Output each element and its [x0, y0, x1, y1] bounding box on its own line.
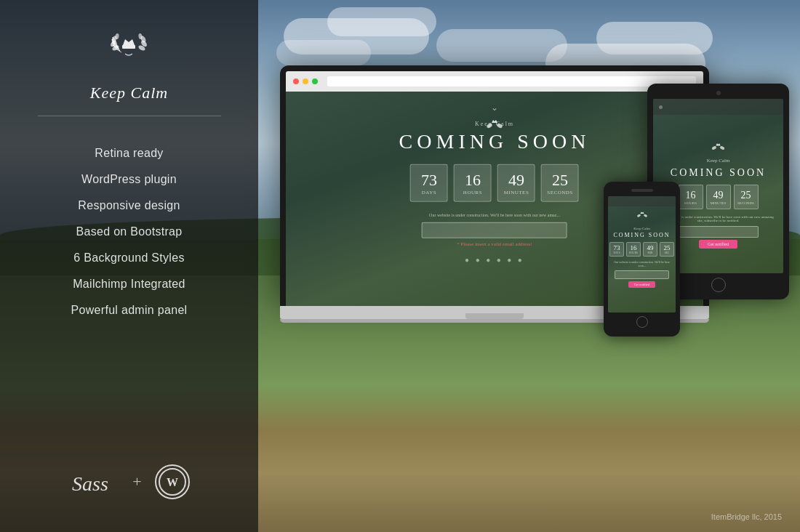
laptop-input-area: Our website is under construction. We'll…: [399, 212, 591, 246]
tablet-camera: [716, 91, 721, 95]
wordpress-logo: W: [155, 464, 190, 499]
phone-screen-content: Keep Calm COMING SOON 73 Days 16 Hours: [608, 196, 676, 313]
tablet-notify-button[interactable]: Get notified: [699, 240, 737, 249]
phone-countdown: 73 Days 16 Hours 49 Min: [609, 242, 674, 257]
minutes-count: 49: [508, 170, 524, 189]
footer-credit: ItemBridge llc, 2015: [711, 512, 782, 521]
tablet-minutes-count: 49: [713, 190, 724, 201]
browser-bar: [286, 71, 703, 92]
features-list: Retina ready WordPress plugin Responsive…: [15, 140, 244, 323]
phone-hours-label: Hours: [629, 251, 638, 254]
phone-email-input: [615, 270, 669, 279]
minutes-label: Minutes: [504, 189, 529, 195]
phone-seconds-label: Sec: [665, 251, 669, 254]
laptop-countdown: 73 Days 16 Hours 49 Minutes 25: [399, 164, 591, 201]
seconds-label: Seconds: [547, 189, 572, 195]
svg-text:W: W: [167, 476, 178, 488]
phone-speaker: [631, 189, 653, 192]
phone-notify-button[interactable]: Get notified: [628, 281, 656, 288]
feature-item-4: Based on Bootstrap: [15, 219, 244, 245]
svg-rect-0: [122, 45, 135, 49]
svg-point-17: [643, 214, 647, 217]
svg-point-12: [486, 123, 492, 129]
brand-name: Keep Calm: [90, 84, 168, 102]
tablet-minutes-label: Minutes: [710, 201, 726, 205]
hours-count: 16: [465, 170, 481, 189]
phone-status-bar: [608, 196, 676, 206]
phone-minutes-count: 49: [647, 244, 654, 251]
browser-dot-green: [312, 78, 318, 84]
svg-point-16: [636, 214, 641, 217]
phone-description: Our website is under construction. We'll…: [608, 260, 676, 267]
tablet-hours-count: 16: [686, 190, 696, 201]
phone-screen: Keep Calm COMING SOON 73 Days 16 Hours: [608, 196, 676, 313]
days-count: 73: [421, 170, 437, 189]
laptop-email-input: [422, 222, 567, 238]
tablet-countdown: 16 Hours 49 Minutes 25 Seconds: [679, 185, 759, 209]
main-content: ⌄ Keep Calm COMING SOON 73 Days: [258, 0, 800, 532]
phone-brand: Keep Calm: [633, 227, 650, 230]
svg-point-14: [711, 145, 717, 150]
logo-area: Keep Calm: [90, 29, 168, 102]
sass-logo: Sass: [68, 467, 119, 496]
laptop-input-error: * Please insert a valid email address!: [457, 241, 532, 246]
seconds-count: 25: [552, 170, 568, 189]
bottom-logos: Sass + W: [68, 464, 189, 510]
browser-dot-yellow: [303, 78, 308, 84]
phone-coming-soon-title: COMING SOON: [613, 232, 670, 238]
phone-hours-count: 16: [631, 244, 637, 251]
tablet-email-input: [679, 226, 759, 238]
tablet-seconds-label: Seconds: [737, 201, 754, 205]
feature-item-2: WordPress plugin: [15, 166, 244, 193]
wreath-icon: [100, 29, 158, 80]
sidebar-panel: Keep Calm Retina ready WordPress plugin …: [0, 0, 258, 532]
laptop-screen-dots: ● ● ● ● ● ●: [399, 255, 591, 263]
feature-item-6: Mailchimp Integrated: [15, 271, 244, 297]
browser-url-bar: [327, 76, 696, 86]
days-label: Days: [422, 189, 436, 195]
feature-item-1: Retina ready: [15, 140, 244, 166]
tablet-title-bar: [653, 99, 783, 115]
feature-item-3: Responsive design: [15, 193, 244, 219]
sidebar-divider: [38, 116, 221, 116]
svg-point-13: [496, 123, 503, 129]
tablet-home-button[interactable]: [711, 278, 726, 292]
svg-text:Sass: Sass: [72, 472, 108, 495]
feature-item-7: Powerful admin panel: [15, 297, 244, 323]
phone-days-label: Days: [613, 251, 620, 254]
tablet-coming-soon-title: COMING SOON: [671, 167, 766, 179]
feature-item-5: 6 Background Styles: [15, 245, 244, 271]
hours-label: Hours: [463, 189, 482, 195]
phone-seconds-count: 25: [664, 244, 671, 251]
tablet-seconds-count: 25: [741, 190, 751, 201]
tablet-brand: Keep Calm: [707, 158, 730, 164]
plus-sign: +: [132, 472, 141, 491]
laptop-notch: [465, 313, 524, 319]
browser-dot-red: [293, 78, 299, 84]
laptop-screen-content: Keep Calm COMING SOON 73 Days 16 Hours 4…: [399, 120, 591, 263]
svg-point-15: [719, 145, 725, 150]
phone-mockup: Keep Calm COMING SOON 73 Days 16 Hours: [604, 182, 680, 336]
phone-home-button[interactable]: [636, 316, 648, 328]
phone-days-count: 73: [614, 244, 620, 251]
phone-minutes-label: Min: [648, 251, 653, 254]
tablet-hours-label: Hours: [684, 201, 697, 205]
